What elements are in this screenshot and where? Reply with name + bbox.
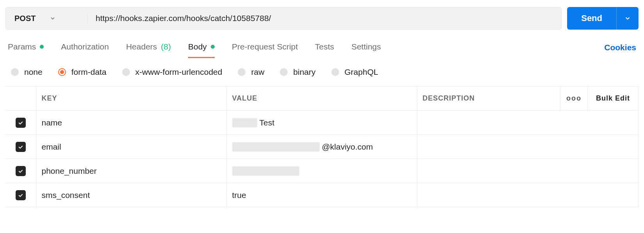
check-icon <box>18 192 24 198</box>
tab-settings[interactable]: Settings <box>351 42 381 58</box>
key-cell[interactable]: phone_number <box>36 159 226 183</box>
dot-indicator-icon <box>211 45 215 49</box>
value-cell[interactable]: true <box>226 183 417 207</box>
value-cell[interactable]: @klaviyo.com <box>226 135 417 159</box>
send-button[interactable]: Send <box>567 7 617 30</box>
value-text: @klaviyo.com <box>322 142 373 152</box>
method-label: POST <box>14 14 36 23</box>
col-value-header: VALUE <box>226 86 417 111</box>
description-cell[interactable] <box>417 111 639 135</box>
radio-icon <box>11 68 19 76</box>
key-cell[interactable]: sms_consent <box>36 183 226 207</box>
check-icon <box>18 120 24 126</box>
row-checkbox[interactable] <box>16 190 26 200</box>
dot-indicator-icon <box>40 45 44 49</box>
radio-icon <box>280 68 288 76</box>
description-cell[interactable] <box>417 135 639 159</box>
table-row: phone_number <box>5 159 639 183</box>
col-key-header: KEY <box>36 86 226 111</box>
redacted-icon <box>232 118 257 127</box>
tab-tests[interactable]: Tests <box>315 42 334 58</box>
tabs: Params Authorization Headers (8) Body Pr… <box>5 42 639 58</box>
key-cell[interactable]: email <box>36 135 226 159</box>
radio-none[interactable]: none <box>11 67 43 77</box>
check-icon <box>18 168 24 174</box>
row-checkbox-cell <box>5 159 36 183</box>
method-select[interactable]: POST <box>6 14 88 23</box>
col-check <box>5 86 36 111</box>
method-url-bar: POST <box>5 7 562 30</box>
bulk-edit-button[interactable]: Bulk Edit <box>588 86 639 111</box>
send-group: Send <box>567 7 639 30</box>
radio-graphql[interactable]: GraphQL <box>331 67 378 77</box>
table-body: nameTestemail@klaviyo.comphone_numbersms… <box>5 111 639 207</box>
body-type-row: none form-data x-www-form-urlencoded raw… <box>5 58 639 86</box>
chevron-down-icon <box>624 15 631 22</box>
url-input[interactable] <box>88 14 561 23</box>
send-more-button[interactable] <box>617 7 639 30</box>
radio-form-data[interactable]: form-data <box>58 67 107 77</box>
radio-binary[interactable]: binary <box>280 67 315 77</box>
value-text: Test <box>260 118 275 127</box>
column-options-button[interactable]: ooo <box>560 86 588 111</box>
tab-pre-request[interactable]: Pre-request Script <box>232 42 298 58</box>
row-checkbox-cell <box>5 183 36 207</box>
radio-icon <box>58 68 66 76</box>
table-row: sms_consenttrue <box>5 183 639 207</box>
tab-headers[interactable]: Headers (8) <box>126 42 171 58</box>
tab-body[interactable]: Body <box>188 42 215 58</box>
radio-icon <box>331 68 339 76</box>
row-checkbox-cell <box>5 135 36 159</box>
redacted-icon <box>232 142 320 152</box>
form-data-table: KEY VALUE DESCRIPTION ooo Bulk Edit name… <box>5 86 639 207</box>
row-checkbox[interactable] <box>16 166 26 176</box>
col-description-header: DESCRIPTION <box>417 86 560 111</box>
description-cell[interactable] <box>417 183 639 207</box>
chevron-down-icon <box>50 15 56 21</box>
row-checkbox[interactable] <box>16 118 26 128</box>
key-cell[interactable]: name <box>36 111 226 135</box>
table-row: nameTest <box>5 111 639 135</box>
radio-raw[interactable]: raw <box>238 67 264 77</box>
row-checkbox[interactable] <box>16 142 26 152</box>
tab-params[interactable]: Params <box>8 42 44 58</box>
check-icon <box>18 144 24 150</box>
description-cell[interactable] <box>417 159 639 183</box>
value-cell[interactable]: Test <box>226 111 417 135</box>
radio-icon <box>122 68 130 76</box>
request-row: POST Send <box>5 7 639 30</box>
tab-authorization[interactable]: Authorization <box>61 42 109 58</box>
table-row: email@klaviyo.com <box>5 135 639 159</box>
redacted-icon <box>232 166 299 176</box>
radio-x-www[interactable]: x-www-form-urlencoded <box>122 67 222 77</box>
radio-icon <box>238 68 246 76</box>
row-checkbox-cell <box>5 111 36 135</box>
cookies-link[interactable]: Cookies <box>604 43 636 58</box>
value-cell[interactable] <box>226 159 417 183</box>
value-text: true <box>232 191 246 200</box>
